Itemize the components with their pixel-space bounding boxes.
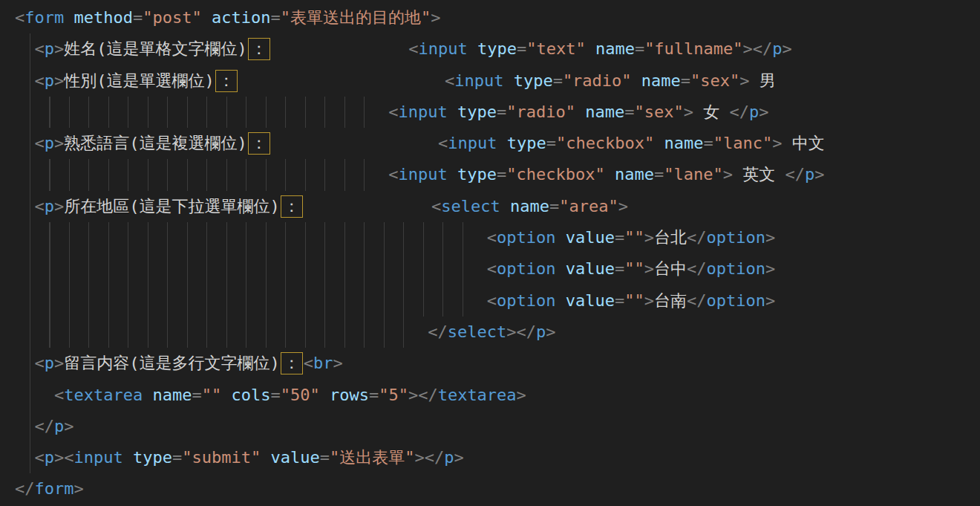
code-line[interactable]: <option value="">台北</option> <box>0 222 980 253</box>
code-line[interactable]: <p>所在地區(這是下拉選單欄位)： <select name="area"> <box>0 191 980 222</box>
code-token-tag: form <box>24 8 64 27</box>
code-token-txt <box>500 197 510 215</box>
code-token-tag: p <box>772 39 782 58</box>
code-token-pu: > <box>431 8 440 27</box>
code-token-tag: p <box>536 322 546 341</box>
code-token-txt: 女 <box>693 103 730 121</box>
code-token-pu: = <box>615 228 624 247</box>
code-token-attr: name <box>641 71 681 90</box>
code-token-tag: input <box>399 165 448 184</box>
code-line-content: <textarea name="" cols="50" rows="5"></t… <box>15 386 526 404</box>
code-token-txt <box>320 386 330 404</box>
code-token-pu: = <box>681 71 690 90</box>
code-token-txt <box>556 259 566 278</box>
code-token-pu: = <box>172 448 182 467</box>
code-token-pu: ></ <box>743 39 773 58</box>
code-token-pu: > <box>644 291 654 310</box>
code-token-str: "5" <box>379 386 408 404</box>
unicode-highlight-box: ： <box>215 70 238 92</box>
code-token-pu: > <box>684 103 693 121</box>
code-token-pu: > <box>546 322 555 341</box>
code-token-pu: > <box>814 165 824 184</box>
code-token-tag: p <box>45 448 54 467</box>
code-token-attr: name <box>595 39 635 58</box>
code-token-txt <box>15 448 35 467</box>
code-line-content: <option value="">台南</option> <box>15 291 775 310</box>
code-token-tag: br <box>313 354 333 372</box>
code-token-pu: > <box>765 228 775 247</box>
code-line[interactable]: <p>熟悉語言(這是複選欄位)： <input type="checkbox" … <box>0 128 980 159</box>
code-token-pu: < <box>445 71 454 90</box>
code-token-pu: > <box>454 448 463 467</box>
code-token-str: "area" <box>559 197 618 215</box>
code-token-tag: textarea <box>64 386 143 404</box>
code-line-content: <p>性別(這是單選欄位)： <input type="radio" name=… <box>15 71 776 90</box>
code-token-attr: rows <box>330 386 369 404</box>
code-line[interactable]: <option value="">台中</option> <box>0 253 980 285</box>
code-token-pu: < <box>487 259 497 278</box>
code-token-pu: > <box>765 291 775 310</box>
code-line[interactable]: </p> <box>0 411 980 442</box>
code-token-pu: </ <box>687 228 707 247</box>
code-token-tag: p <box>54 417 64 435</box>
code-token-pu: > <box>54 354 64 372</box>
unicode-highlight-box: ： <box>281 195 303 218</box>
code-token-pu: = <box>624 103 634 121</box>
code-token-pu: = <box>549 197 559 215</box>
code-token-txt: 台中 <box>654 259 687 278</box>
code-token-pu: = <box>517 39 526 58</box>
code-line[interactable]: <p>留言内容(這是多行文字欄位)：<br> <box>0 348 980 379</box>
code-line[interactable]: <p>性別(這是單選欄位)： <input type="radio" name=… <box>0 65 980 97</box>
code-line[interactable]: <input type="checkbox" name="lane"> 英文 <… <box>0 159 980 190</box>
code-line[interactable]: <p><input type="submit" value="送出表單"></p… <box>0 442 980 473</box>
code-token-attr: value <box>566 228 615 247</box>
code-token-pu: < <box>438 134 448 152</box>
code-token-txt <box>123 448 133 467</box>
code-token-tag: p <box>45 354 54 372</box>
unicode-highlight-box: ： <box>248 38 270 60</box>
code-line[interactable]: <textarea name="" cols="50" rows="5"></t… <box>0 380 980 411</box>
code-token-tag: option <box>706 259 765 278</box>
code-token-attr: type <box>477 39 517 58</box>
code-token-attr: type <box>133 448 172 467</box>
code-token-attr: type <box>507 134 546 152</box>
unicode-highlight-box: ： <box>248 132 270 155</box>
code-token-txt <box>15 386 54 404</box>
code-token-str: "lanc" <box>713 134 772 152</box>
unicode-highlight-box: ： <box>281 352 303 374</box>
code-line[interactable]: <input type="radio" name="sex"> 女 </p> <box>0 97 980 128</box>
code-token-pu: < <box>388 103 398 121</box>
code-editor[interactable]: <form method="post" action="表單送出的目的地"> <… <box>0 0 980 506</box>
code-token-pu: < <box>431 197 441 215</box>
code-token-txt <box>468 39 477 58</box>
code-token-txt <box>503 71 513 90</box>
code-token-pu: = <box>546 134 556 152</box>
code-token-pu: </ <box>687 291 707 310</box>
code-token-tag: option <box>497 259 555 278</box>
code-token-txt <box>261 448 270 467</box>
code-token-pu: > <box>644 259 654 278</box>
code-token-txt <box>15 228 487 247</box>
code-token-tag: input <box>418 39 467 58</box>
code-token-str: "radio" <box>563 71 632 90</box>
code-token-pu: < <box>388 165 398 184</box>
code-token-tag: option <box>706 291 765 310</box>
code-token-txt <box>64 8 74 27</box>
code-token-str: "post" <box>143 8 201 27</box>
code-line[interactable]: </select></p> <box>0 317 980 348</box>
code-token-pu: < <box>304 354 313 372</box>
code-token-attr: name <box>510 197 549 215</box>
code-line[interactable]: <option value="">台南</option> <box>0 285 980 317</box>
code-token-attr: method <box>74 8 132 27</box>
code-token-txt <box>15 103 388 121</box>
code-token-tag: form <box>35 479 74 498</box>
code-line[interactable]: <p>姓名(這是單格文字欄位)： <input type="text" name… <box>0 33 980 65</box>
code-token-tag: select <box>441 197 500 215</box>
code-line[interactable]: </form> <box>0 473 980 505</box>
code-line[interactable]: <form method="post" action="表單送出的目的地"> <box>0 2 980 33</box>
code-token-txt <box>202 8 212 27</box>
code-token-pu: > <box>739 71 749 90</box>
code-token-txt <box>654 134 664 152</box>
code-token-txt <box>556 291 566 310</box>
code-token-txt <box>448 165 457 184</box>
